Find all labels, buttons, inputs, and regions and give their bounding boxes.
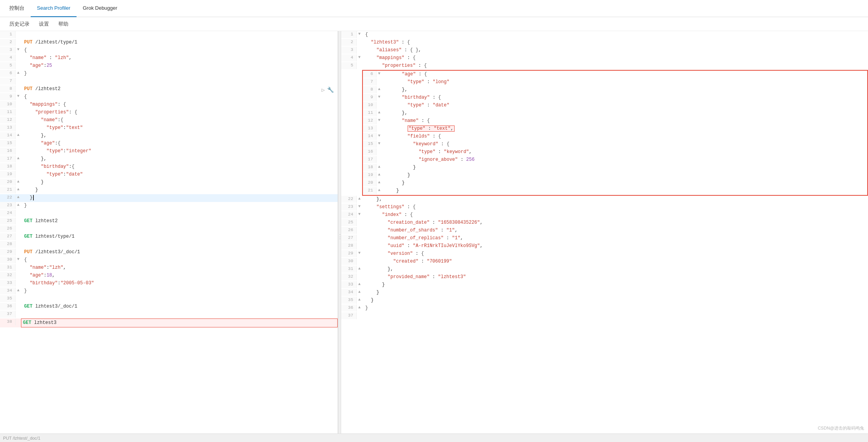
table-row: 32 "provided_name" : "lzhtest3" — [341, 273, 868, 281]
table-row: 34 ▲ } — [0, 287, 338, 295]
table-row: 3 ▼ { — [0, 47, 338, 54]
main-content: 1 2 PUT /lzhtest/type/1 3 ▼ { 4 "name" :… — [0, 31, 868, 442]
table-row: 17 "ignore_above" : 256 — [363, 156, 867, 164]
table-row: 34 ▲ } — [341, 289, 868, 297]
table-row: 27 GET lzhtest/type/1 — [0, 233, 338, 241]
code-editor[interactable]: 1 2 PUT /lzhtest/type/1 3 ▼ { 4 "name" :… — [0, 31, 338, 442]
table-row: 14 ▲ }, — [0, 132, 338, 140]
table-row: 15 "age":{ — [0, 140, 338, 148]
table-row: 10 "type" : "date" — [363, 102, 867, 110]
table-row: 35 ▲ } — [341, 297, 868, 305]
table-row: 11 "properties": { — [0, 109, 338, 117]
subnav-history[interactable]: 历史记录 — [5, 17, 34, 31]
table-row: 23 ▲ } — [0, 202, 338, 210]
top-nav: 控制台 Search Profiler Grok Debugger — [0, 0, 868, 17]
table-row: 6 ▲ } — [0, 70, 338, 78]
table-row: 12 ▼ "name" : { — [363, 117, 867, 125]
table-row: 29 ▼ "version" : { — [341, 250, 868, 258]
table-row: 19 "type":"date" — [0, 171, 338, 179]
run-icon[interactable]: ▷ — [322, 86, 325, 94]
table-row: 33 "birthday":"2005-05-03" — [0, 280, 338, 287]
table-row: 1 — [0, 31, 338, 39]
wrench-icon[interactable]: 🔧 — [327, 86, 334, 94]
table-row: 24 ▼ "index" : { — [341, 211, 868, 219]
table-row: 8 ▲ }, — [363, 86, 867, 94]
resize-handle[interactable]: ⋮ — [338, 31, 341, 442]
editor-pane: 1 2 PUT /lzhtest/type/1 3 ▼ { 4 "name" :… — [0, 31, 338, 442]
table-row: 24 — [0, 210, 338, 218]
table-row: 37 — [341, 312, 868, 320]
table-row: 9 ▼ "birthday" : { — [363, 94, 867, 102]
table-row: 14 ▼ "fields" : { — [363, 133, 867, 141]
table-row: 3 "aliases" : { }, — [341, 47, 868, 54]
table-row: 25 GET lzhtest2 — [0, 218, 338, 225]
table-row: 19 ▲ } — [363, 172, 867, 179]
subnav-settings[interactable]: 设置 — [34, 17, 54, 31]
watermark: CSDN@进击的敲码鸣兔 — [818, 425, 864, 431]
table-row: 10 "mappings": { — [0, 101, 338, 109]
table-row: 23 ▼ "settings" : { — [341, 204, 868, 211]
table-row: 12 "name":{ — [0, 117, 338, 124]
table-row: 31 "name":"lzh", — [0, 264, 338, 272]
table-row: 16 "type":"integer" — [0, 148, 338, 155]
table-row: 32 "age":18, — [0, 272, 338, 280]
result-pane: 1 ▼ { 2 "lzhtest3" : { 3 "aliases" : { }… — [341, 31, 868, 442]
table-row: 15 ▼ "keyword" : { — [363, 141, 867, 148]
table-row: 6 ▼ "age" : { — [363, 71, 867, 78]
table-row: 2 PUT /lzhtest/type/1 — [0, 39, 338, 47]
table-row: 7 "type" : "long" — [363, 78, 867, 86]
table-row: 18 "birthday":{ — [0, 163, 338, 171]
tab-search-profiler[interactable]: Search Profiler — [31, 0, 77, 17]
table-row: 33 ▲ } — [341, 281, 868, 289]
table-row: 22 ▲ } — [0, 194, 338, 202]
table-row: 28 "uuid" : "A-rR1NrkTIuJeVlYko9SVg", — [341, 242, 868, 250]
table-row: 22 ▲ }, — [341, 196, 868, 204]
table-row: 26 "number_of_shards" : "1", — [341, 227, 868, 235]
table-row: 31 ▲ }, — [341, 266, 868, 273]
table-row: 35 — [0, 295, 338, 303]
table-row: 9 ▼ { — [0, 93, 338, 101]
result-editor[interactable]: 1 ▼ { 2 "lzhtest3" : { 3 "aliases" : { }… — [341, 31, 868, 442]
table-row: 30 ▼ { — [0, 256, 338, 264]
table-row: 21 ▲ } — [0, 186, 338, 194]
table-row: 20 ▲ } — [0, 179, 338, 186]
table-row: 29 PUT /lzhtest3/_doc/1 — [0, 249, 338, 256]
table-row: 2 "lzhtest3" : { — [341, 39, 868, 47]
table-row: 27 "number_of_replicas" : "1", — [341, 235, 868, 242]
table-row: 30 "created" : "7060199" — [341, 258, 868, 266]
table-row: 4 ▼ "mappings" : { — [341, 54, 868, 62]
result-highlight-section: 6 ▼ "age" : { 7 "type" : "long" 8 ▲ }, — [362, 70, 868, 196]
table-row: 36 ▲ } — [341, 305, 868, 312]
table-row: 11 ▲ }, — [363, 110, 867, 117]
table-row: 20 ▲ } — [363, 179, 867, 187]
sub-nav: 历史记录 设置 帮助 — [0, 17, 868, 31]
table-row: 13 "type" : "text", — [363, 125, 867, 133]
table-row: 17 ▲ }, — [0, 155, 338, 163]
table-row: 37 — [0, 311, 338, 318]
table-row: 8 PUT /lzhtest2 ▷ 🔧 — [0, 85, 338, 93]
table-row: 28 — [0, 241, 338, 249]
tab-console[interactable]: 控制台 — [3, 0, 31, 17]
table-row: 4 "name" : "lzh", — [0, 54, 338, 62]
table-row: 18 ▲ } — [363, 164, 867, 172]
table-row: 38 GET lzhtest3 — [0, 318, 338, 327]
table-row: 5 "properties" : { — [341, 62, 868, 70]
table-row: 21 ▲ } — [363, 187, 867, 195]
table-row: 7 — [0, 78, 338, 85]
tab-grok-debugger[interactable]: Grok Debugger — [77, 0, 124, 17]
table-row: 13 "type":"text" — [0, 124, 338, 132]
subnav-help[interactable]: 帮助 — [54, 17, 73, 31]
table-row: 1 ▼ { — [341, 31, 868, 39]
table-row: 26 — [0, 225, 338, 233]
table-row: 25 "creation_date" : "1658308435226", — [341, 219, 868, 227]
table-row: 16 "type" : "keyword", — [363, 148, 867, 156]
table-row: 36 GET lzhtest3/_doc/1 — [0, 303, 338, 311]
bottom-bar: PUT /lzhtest/_doc/1 — [0, 433, 868, 442]
table-row: 5 "age":25 — [0, 62, 338, 70]
